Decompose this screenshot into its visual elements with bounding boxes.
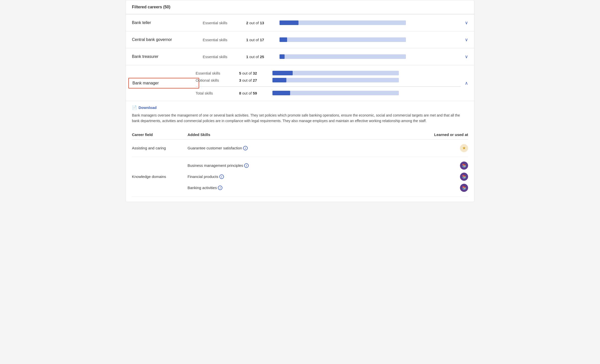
info-icon[interactable]: i <box>219 174 224 179</box>
separator <box>196 86 461 87</box>
skill-row: Essential skills 5 out of 32 <box>196 71 461 75</box>
skill-label: Essential skills <box>203 38 243 42</box>
skill-row: Total skills 8 out of 59 <box>196 91 461 95</box>
skill-row: Optional skills 3 out of 27 <box>196 78 461 82</box>
skill-label: Total skills <box>196 91 236 95</box>
progress-fill <box>280 37 287 42</box>
skill-row: Essential skills 1 out of 25 <box>203 54 461 59</box>
career-main-row[interactable]: Bank treasurer Essential skills 1 out of… <box>126 48 474 65</box>
skill-count: 1 out of 25 <box>246 55 276 59</box>
skill-row: Essential skills 1 out of 17 <box>203 37 461 42</box>
col-header-added-skills: Added Skills <box>188 132 423 137</box>
progress-bar <box>280 54 406 59</box>
career-field-label: Assisting and caring <box>132 146 188 150</box>
skill-count: 3 out of 27 <box>239 78 269 82</box>
skill-label: Essential skills <box>203 21 243 25</box>
progress-fill <box>280 20 298 25</box>
career-row-bank-manager: Bank manager Essential skills 5 out of 3… <box>126 65 474 101</box>
skills-col: Essential skills 2 out of 13 <box>203 20 461 25</box>
career-row-central-bank-governor: Central bank governor Essential skills 1… <box>126 31 474 48</box>
progress-bar <box>280 20 406 25</box>
career-row-bank-teller: Bank teller Essential skills 2 out of 13… <box>126 14 474 31</box>
careers-header: Filtered careers (50) <box>126 0 474 14</box>
career-row-bank-treasurer: Bank treasurer Essential skills 1 out of… <box>126 48 474 65</box>
added-skills-list: Guarantee customer satisfaction i ★ <box>188 144 468 152</box>
skills-col: Essential skills 5 out of 32 Optional sk… <box>196 71 461 95</box>
info-icon[interactable]: i <box>218 186 222 190</box>
skill-count: 1 out of 17 <box>246 38 276 42</box>
skill-item-row: Financial products i 📚 <box>188 173 468 181</box>
added-skill-name: Financial products <box>188 174 218 179</box>
added-skills-list: Business management principles i 📚 Finan… <box>188 162 468 192</box>
col-header-learned: Learned or used at <box>423 132 468 137</box>
download-label: Download <box>139 105 157 110</box>
col-header-career-field: Career field <box>132 132 188 137</box>
skill-count: 5 out of 32 <box>239 71 269 75</box>
skill-item-row: Guarantee customer satisfaction i ★ <box>188 144 468 152</box>
progress-bar <box>272 78 399 82</box>
info-icon[interactable]: i <box>244 163 249 168</box>
table-header: Career field Added Skills Learned or use… <box>132 130 468 140</box>
chevron-up-icon[interactable]: ∧ <box>465 80 468 86</box>
career-description: Bank managers oversee the management of … <box>132 112 468 124</box>
skill-count: 2 out of 13 <box>246 21 276 25</box>
chevron-down-icon[interactable]: ∨ <box>465 20 468 26</box>
header-title: Filtered careers (50) <box>132 5 170 9</box>
skills-data-row: Knowledge domains Business management pr… <box>132 157 468 197</box>
progress-fill <box>272 71 293 75</box>
career-field-label: Knowledge domains <box>132 174 188 179</box>
career-name: Bank teller <box>132 20 203 25</box>
career-main-row[interactable]: Bank teller Essential skills 2 out of 13… <box>126 14 474 31</box>
info-icon[interactable]: i <box>243 146 248 150</box>
skill-label: Essential skills <box>196 71 236 75</box>
career-name: Bank manager <box>128 78 199 88</box>
progress-fill <box>272 78 286 82</box>
career-name: Bank treasurer <box>132 54 203 59</box>
chevron-down-icon[interactable]: ∨ <box>465 37 468 42</box>
skill-label: Optional skills <box>196 78 236 82</box>
star-icon: ★ <box>460 144 468 152</box>
skills-col: Essential skills 1 out of 25 <box>203 54 461 59</box>
progress-fill <box>280 54 285 59</box>
progress-fill <box>272 91 290 95</box>
book-icon: 📚 <box>460 173 468 181</box>
careers-list: Bank teller Essential skills 2 out of 13… <box>126 14 474 202</box>
skill-row: Essential skills 2 out of 13 <box>203 20 461 25</box>
book-icon: 📚 <box>460 162 468 170</box>
skill-count: 8 out of 59 <box>239 91 269 95</box>
download-file-icon: 📄 <box>132 105 137 110</box>
career-main-row[interactable]: Central bank governor Essential skills 1… <box>126 31 474 48</box>
career-name: Central bank governor <box>132 37 203 42</box>
added-skill-name: Guarantee customer satisfaction <box>188 146 242 150</box>
progress-bar <box>280 37 406 42</box>
skills-data-row: Assisting and caring Guarantee customer … <box>132 140 468 157</box>
added-skill-name: Banking activities <box>188 186 217 190</box>
skill-label: Essential skills <box>203 55 243 59</box>
expanded-inner: 📄 Download Bank managers oversee the man… <box>126 101 474 202</box>
career-main-row[interactable]: Bank manager Essential skills 5 out of 3… <box>126 65 474 101</box>
chevron-down-icon[interactable]: ∨ <box>465 54 468 59</box>
book-icon: 📚 <box>460 184 468 192</box>
progress-bar <box>272 91 399 95</box>
skill-item-row: Business management principles i 📚 <box>188 162 468 170</box>
download-link[interactable]: 📄 Download <box>132 105 468 110</box>
skill-item-row: Banking activities i 📚 <box>188 184 468 192</box>
added-skill-name: Business management principles <box>188 163 243 168</box>
progress-bar <box>272 71 399 75</box>
skills-col: Essential skills 1 out of 17 <box>203 37 461 42</box>
